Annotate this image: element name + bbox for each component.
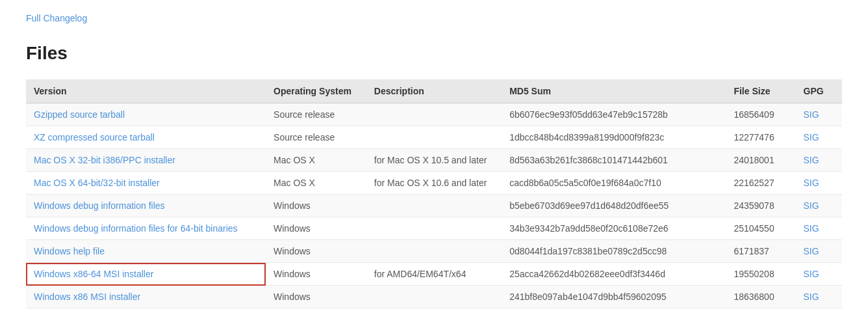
description-cell	[366, 126, 502, 149]
header-md5: MD5 Sum	[502, 79, 726, 103]
header-gpg: GPG	[796, 79, 842, 103]
table-row: Windows x86-64 MSI installerWindowsfor A…	[26, 263, 842, 286]
header-description: Description	[366, 79, 502, 103]
version-cell: Windows x86-64 MSI installer	[26, 263, 266, 286]
md5-cell: 6b6076ec9e93f05dd63e47eb9c15728b	[502, 103, 726, 126]
os-cell: Mac OS X	[266, 172, 366, 195]
version-link[interactable]: Windows help file	[34, 246, 105, 256]
sig-link[interactable]: SIG	[804, 292, 819, 302]
table-row: Gzipped source tarballSource release6b60…	[26, 103, 842, 126]
md5-cell: 25acca42662d4b02682eee0df3f3446d	[502, 263, 726, 286]
sig-link[interactable]: SIG	[804, 178, 819, 188]
filesize-cell: 24018001	[726, 149, 795, 172]
table-row: Windows x86 MSI installerWindows241bf8e0…	[26, 286, 842, 308]
version-cell: Windows help file	[26, 240, 266, 263]
description-cell	[366, 103, 502, 126]
gpg-cell: SIG	[796, 286, 842, 308]
table-row: Mac OS X 32-bit i386/PPC installerMac OS…	[26, 149, 842, 172]
version-cell: Mac OS X 64-bit/32-bit installer	[26, 172, 266, 195]
header-os: Operating System	[266, 79, 366, 103]
filesize-cell: 22162527	[726, 172, 795, 195]
description-cell: for Mac OS X 10.5 and later	[366, 149, 502, 172]
filesize-cell: 12277476	[726, 126, 795, 149]
gpg-cell: SIG	[796, 103, 842, 126]
gpg-cell: SIG	[796, 217, 842, 240]
gpg-cell: SIG	[796, 240, 842, 263]
description-cell	[366, 286, 502, 308]
version-cell: Gzipped source tarball	[26, 103, 266, 126]
table-row: Windows debug information filesWindowsb5…	[26, 195, 842, 217]
os-cell: Source release	[266, 103, 366, 126]
description-cell: for Mac OS X 10.6 and later	[366, 172, 502, 195]
os-cell: Mac OS X	[266, 149, 366, 172]
version-link[interactable]: XZ compressed source tarball	[34, 132, 155, 143]
version-cell: Mac OS X 32-bit i386/PPC installer	[26, 149, 266, 172]
description-cell	[366, 217, 502, 240]
sig-link[interactable]: SIG	[804, 223, 819, 234]
md5-cell: 1dbcc848b4cd8399a8199d000f9f823c	[502, 126, 726, 149]
gpg-cell: SIG	[796, 172, 842, 195]
version-cell: Windows x86 MSI installer	[26, 286, 266, 308]
version-link[interactable]: Mac OS X 32-bit i386/PPC installer	[34, 155, 175, 165]
filesize-cell: 24359078	[726, 195, 795, 217]
version-cell: Windows debug information files	[26, 195, 266, 217]
sig-link[interactable]: SIG	[804, 269, 819, 279]
changelog-link[interactable]: Full Changelog	[26, 13, 87, 23]
md5-cell: 8d563a63b261fc3868c101471442b601	[502, 149, 726, 172]
gpg-cell: SIG	[796, 263, 842, 286]
os-cell: Windows	[266, 240, 366, 263]
md5-cell: 34b3e9342b7a9dd58e0f20c6108e72e6	[502, 217, 726, 240]
gpg-cell: SIG	[796, 149, 842, 172]
md5-cell: b5ebe6703d69ee97d1d648d20df6ee55	[502, 195, 726, 217]
os-cell: Windows	[266, 263, 366, 286]
sig-link[interactable]: SIG	[804, 109, 819, 120]
version-link[interactable]: Gzipped source tarball	[34, 109, 125, 120]
os-cell: Windows	[266, 195, 366, 217]
version-cell: Windows debug information files for 64-b…	[26, 217, 266, 240]
files-heading: Files	[26, 43, 842, 64]
description-cell	[366, 240, 502, 263]
sig-link[interactable]: SIG	[804, 132, 819, 143]
table-row: Windows help fileWindows0d8044f1da197c83…	[26, 240, 842, 263]
version-link[interactable]: Windows x86-64 MSI installer	[34, 269, 153, 279]
version-link[interactable]: Mac OS X 64-bit/32-bit installer	[34, 178, 160, 188]
os-cell: Source release	[266, 126, 366, 149]
header-version: Version	[26, 79, 266, 103]
description-cell: for AMD64/EM64T/x64	[366, 263, 502, 286]
filesize-cell: 19550208	[726, 263, 795, 286]
os-cell: Windows	[266, 217, 366, 240]
sig-link[interactable]: SIG	[804, 200, 819, 211]
md5-cell: 0d8044f1da197c8381be0789c2d5cc98	[502, 240, 726, 263]
filesize-cell: 6171837	[726, 240, 795, 263]
filesize-cell: 25104550	[726, 217, 795, 240]
version-link[interactable]: Windows debug information files for 64-b…	[34, 223, 238, 234]
filesize-cell: 18636800	[726, 286, 795, 308]
sig-link[interactable]: SIG	[804, 155, 819, 165]
os-cell: Windows	[266, 286, 366, 308]
md5-cell: 241bf8e097ab4e1047d9bb4f59602095	[502, 286, 726, 308]
version-cell: XZ compressed source tarball	[26, 126, 266, 149]
gpg-cell: SIG	[796, 126, 842, 149]
gpg-cell: SIG	[796, 195, 842, 217]
version-link[interactable]: Windows debug information files	[34, 200, 165, 211]
sig-link[interactable]: SIG	[804, 246, 819, 256]
header-filesize: File Size	[726, 79, 795, 103]
filesize-cell: 16856409	[726, 103, 795, 126]
table-header-row: Version Operating System Description MD5…	[26, 79, 842, 103]
table-row: XZ compressed source tarballSource relea…	[26, 126, 842, 149]
files-table: Version Operating System Description MD5…	[26, 79, 842, 308]
version-link[interactable]: Windows x86 MSI installer	[34, 292, 140, 302]
md5-cell: cacd8b6a05c5a5c0f0e19f684a0c7f10	[502, 172, 726, 195]
table-row: Mac OS X 64-bit/32-bit installerMac OS X…	[26, 172, 842, 195]
description-cell	[366, 195, 502, 217]
table-row: Windows debug information files for 64-b…	[26, 217, 842, 240]
